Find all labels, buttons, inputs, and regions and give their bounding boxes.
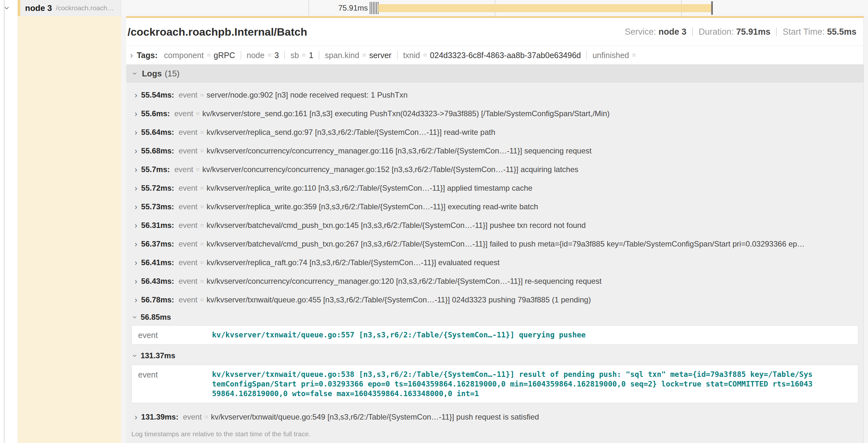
span-duration-label: 75.91ms <box>305 0 368 16</box>
log-entry-collapsed[interactable]: › 55.72ms: event = kv/kvserver/replica_w… <box>126 179 864 197</box>
log-entry-collapsed[interactable]: › 55.64ms: event = kv/kvserver/replica_s… <box>126 123 864 142</box>
log-entry-collapsed[interactable]: › 56.41ms: event = kv/kvserver/replica_r… <box>126 253 864 272</box>
span-detail-header: /cockroach.roachpb.Internal/Batch Servic… <box>126 18 864 46</box>
log-timestamp: 56.37ms: <box>141 239 174 248</box>
equals-sign: = <box>200 296 204 304</box>
tags-label: Tags: <box>137 51 158 60</box>
equals-sign: = <box>200 222 204 229</box>
chevron-right-icon: › <box>134 295 137 305</box>
chevron-right-icon: › <box>134 146 137 156</box>
log-message: kv/kvserver/batcheval/cmd_push_txn.go:14… <box>207 221 586 230</box>
log-entry-collapsed[interactable]: › 55.68ms: event = kv/kvserver/concurren… <box>126 142 864 160</box>
tag-key: node <box>247 51 265 60</box>
span-color-stripe <box>18 0 20 16</box>
log-message: kv/kvserver/txnwait/queue.go:549 [n3,s3,… <box>211 412 539 421</box>
equals-sign: = <box>632 51 636 59</box>
log-message: kv/kvserver/concurrency/concurrency_mana… <box>207 277 602 286</box>
span-end-tick <box>711 1 713 15</box>
log-field-name: event <box>179 239 197 248</box>
chevron-right-icon: › <box>130 51 133 59</box>
equals-sign: = <box>200 277 204 285</box>
tag-item: node = 3 <box>247 51 279 60</box>
log-entry-collapsed[interactable]: › 56.37ms: event = kv/kvserver/batcheval… <box>126 235 864 253</box>
log-field-name: event <box>179 146 197 156</box>
log-timestamp: 55.54ms: <box>141 91 174 100</box>
log-message: kv/kvserver/concurrency/concurrency_mana… <box>203 165 579 174</box>
log-field-name: event <box>183 412 202 421</box>
equals-sign: = <box>207 51 211 59</box>
log-timestamp: 56.78ms: <box>141 295 174 304</box>
equals-sign: = <box>267 51 272 59</box>
span-operation-title: /cockroach.roachpb.Internal/Batch <box>127 26 307 38</box>
log-entry-collapsed[interactable]: › 56.78ms: event = kv/kvserver/txnwait/q… <box>126 291 864 309</box>
tag-key: span.kind <box>325 51 359 60</box>
logs-title: Logs <box>142 69 162 79</box>
log-entry-collapsed[interactable]: › 55.6ms: event = kv/kvserver/store_send… <box>126 104 864 123</box>
logs-accordion-toggle[interactable]: › Logs (15) <box>126 65 864 82</box>
equals-sign: = <box>302 51 306 59</box>
log-message: server/node.go:902 [n3] node received re… <box>207 91 408 100</box>
equals-sign: = <box>200 259 204 267</box>
collapse-span-chevron-icon[interactable]: › <box>2 6 13 10</box>
tag-divider <box>319 51 319 59</box>
span-activity-ticks <box>370 2 378 14</box>
tag-item: txnid = 024d3323-6c8f-4863-aa8b-37ab0e63… <box>403 51 581 60</box>
chevron-right-icon: › <box>134 258 137 267</box>
log-timestamp: 131.39ms: <box>141 412 178 421</box>
tree-guide-line <box>4 0 4 443</box>
chevron-right-icon: › <box>134 165 137 174</box>
chevron-right-icon: › <box>134 109 137 118</box>
tag-item: sb = 1 <box>290 51 313 60</box>
chevron-down-icon: › <box>131 354 140 357</box>
log-entry-collapsed[interactable]: › 55.54ms: event = server/node.go:902 [n… <box>126 86 864 104</box>
log-entry-collapsed[interactable]: › 55.7ms: event = kv/kvserver/concurrenc… <box>126 160 864 179</box>
log-entry-collapsed[interactable]: › 55.73ms: event = kv/kvserver/replica_w… <box>126 197 864 216</box>
equals-sign: = <box>200 184 204 192</box>
span-stats: Service: node 3 Duration: 75.91ms Start … <box>625 27 857 37</box>
log-timestamp: 131.37ms <box>141 351 176 360</box>
log-timestamp: 56.43ms: <box>141 277 174 286</box>
log-timestamp: 56.85ms <box>141 313 171 322</box>
selected-span-highlight-column <box>18 16 121 443</box>
span-name-cell[interactable]: node 3 /cockroach.roach… <box>18 0 121 16</box>
logs-footer-note: Log timestamps are relative to the start… <box>126 428 864 443</box>
span-detail-panel: /cockroach.roachpb.Internal/Batch Servic… <box>126 16 864 443</box>
log-entry-toggle[interactable]: › 131.37ms <box>126 347 864 365</box>
tag-item: component = gRPC <box>164 51 235 60</box>
log-entry-collapsed[interactable]: › 56.31ms: event = kv/kvserver/batcheval… <box>126 216 864 235</box>
tag-value: 3 <box>274 51 279 60</box>
chevron-down-icon: › <box>131 72 140 75</box>
log-field-value: kv/kvserver/txnwait/queue.go:538 [n3,s3,… <box>212 370 816 398</box>
log-entry-expanded: › 131.37ms event kv/kvserver/txnwait/que… <box>126 347 864 403</box>
log-message: kv/kvserver/replica_write.go:359 [n3,s3,… <box>207 202 538 211</box>
log-entry-collapsed[interactable]: › 56.43ms: event = kv/kvserver/concurren… <box>126 272 864 291</box>
logs-count: (15) <box>165 69 180 79</box>
chevron-right-icon: › <box>134 277 137 286</box>
tag-divider <box>284 51 285 59</box>
tags-accordion-toggle[interactable]: › Tags: component = gRPC node = 3 sb = 1… <box>126 46 864 65</box>
span-duration-bar[interactable] <box>378 4 712 12</box>
equals-sign: = <box>423 51 427 59</box>
log-field-name: event <box>175 165 193 174</box>
tag-item: span.kind = server <box>325 51 391 60</box>
span-service-name: node 3 <box>25 3 52 13</box>
tags-list: component = gRPC node = 3 sb = 1 span.ki… <box>164 51 639 60</box>
stat-divider <box>776 27 777 36</box>
log-message: kv/kvserver/batcheval/cmd_push_txn.go:26… <box>207 239 805 248</box>
log-field-name: event <box>179 277 197 286</box>
log-field-name: event <box>175 109 193 118</box>
service-stat: Service: node 3 <box>625 27 686 37</box>
tag-divider <box>397 51 398 59</box>
log-timestamp: 55.6ms: <box>141 109 169 118</box>
span-tree-gutter: › <box>0 0 18 443</box>
span-timeline-row: node 3 /cockroach.roach… 75.91ms <box>18 0 868 16</box>
stat-divider <box>692 27 693 36</box>
chevron-right-icon: › <box>134 239 137 249</box>
log-entry-collapsed[interactable]: › 131.39ms: event = kv/kvserver/txnwait/… <box>126 408 864 426</box>
chevron-right-icon: › <box>134 128 137 137</box>
equals-sign: = <box>196 166 199 173</box>
tag-key: sb <box>290 51 299 60</box>
log-timestamp: 56.41ms: <box>141 258 174 267</box>
log-entry-toggle[interactable]: › 56.85ms <box>126 309 864 325</box>
tag-value: server <box>369 51 391 60</box>
